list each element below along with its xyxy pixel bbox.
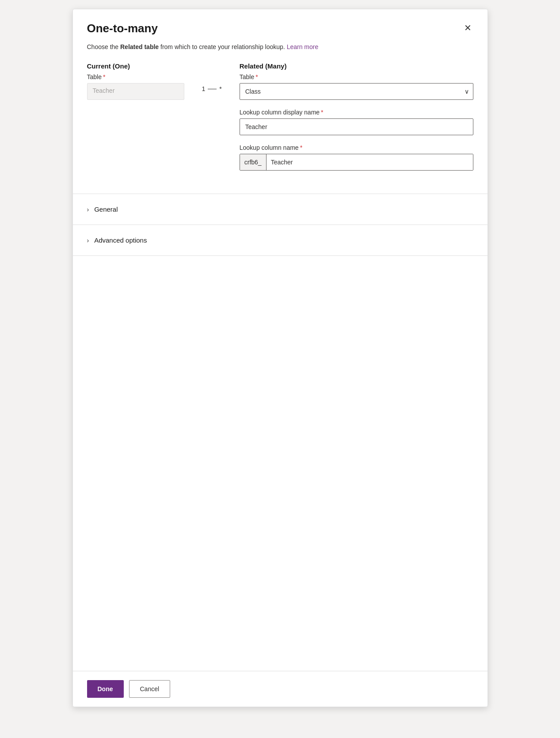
- close-button[interactable]: ✕: [462, 22, 473, 34]
- current-table-required: *: [103, 73, 105, 80]
- current-table-label: Table *: [87, 73, 184, 80]
- dialog-footer: Done Cancel: [73, 671, 488, 707]
- lookup-display-field: Lookup column display name *: [240, 109, 473, 135]
- lookup-name-label: Lookup column name *: [240, 144, 473, 151]
- description-text-before: Choose the: [87, 43, 121, 50]
- content-spacer: [73, 259, 488, 671]
- separator-label: 1 *: [202, 85, 222, 92]
- general-section-toggle[interactable]: › General: [87, 198, 473, 221]
- lookup-display-input[interactable]: [240, 118, 473, 135]
- close-icon: ✕: [464, 23, 472, 33]
- related-table-field: Table * Class Student Course Department …: [240, 73, 473, 100]
- separator-line: [208, 89, 217, 89]
- divider-1: [73, 194, 488, 194]
- separator-number: 1: [202, 85, 206, 92]
- advanced-section-title: Advanced options: [94, 236, 147, 244]
- current-column: Current (One) Table * Teacher: [87, 62, 184, 109]
- description-bold: Related table: [120, 43, 159, 50]
- lookup-display-required: *: [321, 109, 323, 116]
- divider-3: [73, 255, 488, 256]
- lookup-name-field: Lookup column name * crfb6_: [240, 144, 473, 171]
- done-button[interactable]: Done: [87, 680, 124, 698]
- divider-2: [73, 224, 488, 225]
- advanced-section-toggle[interactable]: › Advanced options: [87, 228, 473, 252]
- columns-layout: Current (One) Table * Teacher 1 *: [87, 62, 473, 179]
- dialog-header: One-to-many ✕: [73, 9, 488, 42]
- lookup-name-input-wrapper: crfb6_: [240, 154, 473, 171]
- one-to-many-dialog: One-to-many ✕ Choose the Related table f…: [72, 9, 488, 707]
- current-column-heading: Current (One): [87, 62, 184, 70]
- lookup-name-required: *: [300, 144, 302, 151]
- lookup-name-input[interactable]: [267, 154, 473, 170]
- related-column: Related (Many) Table * Class Student Cou…: [240, 62, 473, 179]
- related-table-select-wrapper: Class Student Course Department ∨: [240, 83, 473, 100]
- general-section: › General: [73, 198, 488, 221]
- learn-more-link[interactable]: Learn more: [287, 43, 319, 50]
- general-section-title: General: [94, 205, 118, 213]
- related-table-required: *: [255, 73, 258, 80]
- advanced-chevron-icon: ›: [87, 237, 89, 244]
- general-chevron-icon: ›: [87, 206, 89, 213]
- related-table-select[interactable]: Class Student Course Department: [240, 83, 473, 100]
- cancel-button[interactable]: Cancel: [129, 680, 171, 698]
- separator-star: *: [219, 85, 221, 92]
- current-table-field: Table * Teacher: [87, 73, 184, 100]
- current-table-input: Teacher: [87, 83, 184, 100]
- related-table-label: Table *: [240, 73, 473, 80]
- related-column-heading: Related (Many): [240, 62, 473, 70]
- description-text-after: from which to create your relationship l…: [159, 43, 285, 50]
- lookup-name-prefix: crfb6_: [240, 154, 267, 170]
- dialog-title: One-to-many: [87, 22, 158, 35]
- lookup-display-label: Lookup column display name *: [240, 109, 473, 116]
- form-section: Current (One) Table * Teacher 1 *: [73, 62, 488, 190]
- dialog-description: Choose the Related table from which to c…: [73, 42, 488, 62]
- advanced-section: › Advanced options: [73, 228, 488, 252]
- column-separator: 1 *: [202, 62, 222, 92]
